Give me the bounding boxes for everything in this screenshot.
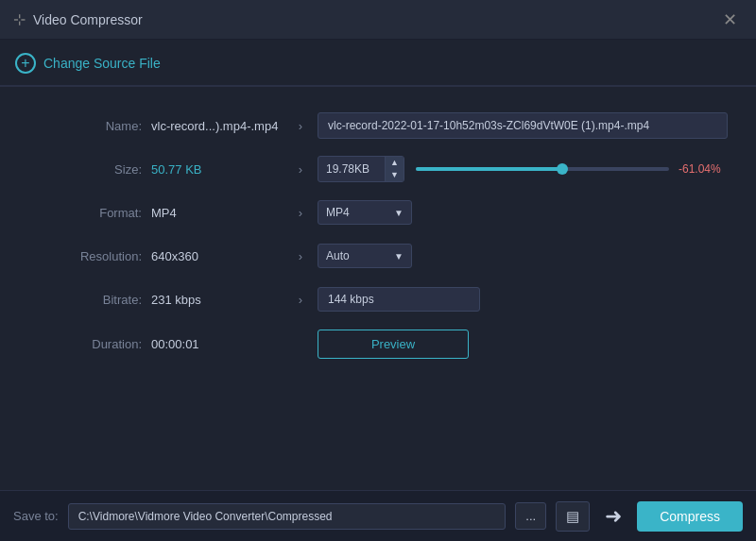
size-label: Size:	[57, 162, 142, 177]
close-button[interactable]: ✕	[717, 9, 743, 30]
browse-button[interactable]: ...	[515, 502, 546, 530]
bitrate-row: Bitrate: 231 kbps ›	[0, 278, 756, 321]
size-spinner: ▲ ▼	[385, 157, 404, 181]
add-source-icon[interactable]: +	[15, 53, 36, 74]
format-label: Format:	[57, 206, 142, 220]
format-arrow: ›	[284, 206, 318, 220]
size-spin-down[interactable]: ▼	[386, 169, 404, 181]
arrow-right-icon: ➜	[605, 504, 622, 529]
name-row: Name: vlc-record...).mp4-.mp4 › vlc-reco…	[0, 104, 756, 147]
size-percent-label: -61.04%	[679, 162, 728, 176]
main-content: Name: vlc-record...).mp4-.mp4 › vlc-reco…	[0, 87, 756, 367]
name-label: Name:	[57, 119, 142, 133]
size-arrow: ›	[284, 162, 318, 177]
resolution-arrow: ›	[284, 249, 318, 263]
format-select-value: MP4	[326, 206, 390, 219]
app-title: Video Compressor	[33, 12, 143, 27]
duration-row: Duration: 00:00:01 Preview	[0, 321, 756, 367]
title-bar: ⊹ Video Compressor ✕	[0, 0, 756, 40]
bitrate-input[interactable]	[318, 287, 480, 312]
name-arrow: ›	[284, 119, 318, 133]
size-input[interactable]	[318, 158, 385, 180]
bitrate-source-value: 231 kbps	[151, 293, 284, 307]
resolution-row: Resolution: 640x360 › Auto ▼	[0, 234, 756, 278]
save-path: C:\Vidmore\Vidmore Video Converter\Compr…	[68, 503, 507, 530]
duration-label: Duration:	[57, 337, 142, 351]
size-controls: ▲ ▼ -61.04%	[318, 156, 728, 182]
format-source-value: MP4	[151, 206, 284, 220]
size-slider-track[interactable]	[416, 167, 669, 171]
resolution-source-value: 640x360	[151, 249, 284, 263]
format-row: Format: MP4 › MP4 ▼	[0, 191, 756, 234]
preview-button[interactable]: Preview	[318, 330, 469, 359]
resolution-label: Resolution:	[57, 249, 142, 263]
size-input-wrap: ▲ ▼	[318, 156, 404, 182]
resolution-select-value: Auto	[326, 249, 390, 262]
bottom-bar: Save to: C:\Vidmore\Vidmore Video Conver…	[0, 490, 756, 541]
resolution-chevron-icon: ▼	[394, 251, 404, 262]
compress-button[interactable]: Compress	[637, 501, 743, 532]
title-bar-left: ⊹ Video Compressor	[13, 10, 143, 28]
change-source-label[interactable]: Change Source File	[43, 56, 161, 71]
size-source-value: 50.77 KB	[151, 162, 284, 177]
size-spin-up[interactable]: ▲	[386, 157, 404, 169]
size-slider-fill	[416, 167, 562, 171]
bitrate-arrow: ›	[284, 293, 318, 307]
format-select[interactable]: MP4 ▼	[318, 200, 412, 225]
open-folder-button[interactable]: ▤	[556, 501, 590, 532]
name-source-value: vlc-record...).mp4-.mp4	[151, 119, 284, 133]
app-icon: ⊹	[13, 10, 26, 28]
name-output-value: vlc-record-2022-01-17-10h52m03s-ZCl69dVt…	[318, 112, 728, 139]
format-chevron-icon: ▼	[394, 208, 404, 218]
bitrate-label: Bitrate:	[57, 293, 142, 307]
duration-source-value: 00:00:01	[151, 337, 284, 351]
source-bar: + Change Source File	[0, 40, 756, 86]
save-to-label: Save to:	[13, 509, 59, 523]
size-row: Size: 50.77 KB › ▲ ▼ -61.04%	[0, 147, 756, 191]
resolution-select[interactable]: Auto ▼	[318, 244, 412, 268]
size-slider-wrap: -61.04%	[416, 162, 728, 176]
size-slider-thumb[interactable]	[557, 163, 568, 175]
